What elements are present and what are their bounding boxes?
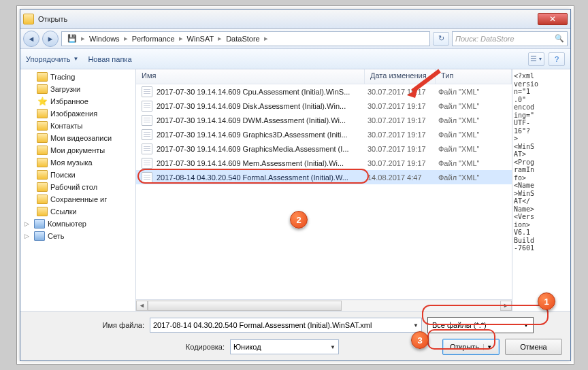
tree-contacts[interactable]: Контакты <box>20 120 135 132</box>
chevron-down-icon: ▼ <box>330 344 336 350</box>
tree-music[interactable]: Моя музыка <box>20 156 135 169</box>
chevron-down-icon: ▼ <box>413 322 419 329</box>
tree-links[interactable]: Ссылки <box>20 205 135 218</box>
chevron-right-icon: ▷ <box>24 233 29 239</box>
encoding-label: Кодировка: <box>29 343 225 351</box>
file-row-selected[interactable]: 2017-08-14 04.30.20.540 Formal.Assessmen… <box>136 170 512 184</box>
search-placeholder: Поиск: DataStore <box>455 35 514 43</box>
col-name[interactable]: Имя <box>136 69 365 84</box>
view-button[interactable]: ☰▼ <box>528 52 544 66</box>
filename-label: Имя файла: <box>29 321 144 329</box>
organize-button[interactable]: Упорядочить▼ <box>26 55 78 63</box>
xml-file-icon <box>142 172 152 183</box>
newfolder-button[interactable]: Новая папка <box>88 55 131 63</box>
xml-file-icon <box>142 144 152 154</box>
refresh-button[interactable]: ↻ <box>433 32 449 46</box>
bottom-bar: Имя файла: 2017-08-14 04.30.20.540 Forma… <box>20 311 570 360</box>
scroll-track[interactable] <box>148 301 500 311</box>
file-row[interactable]: 2017-07-30 19.14.14.609 Graphics3D.Asses… <box>136 127 512 141</box>
tree-videos[interactable]: Мои видеозаписи <box>20 132 135 144</box>
file-row[interactable]: 2017-07-30 19.14.14.609 Mem.Assessment (… <box>136 156 512 170</box>
open-button[interactable]: Открыть▼ <box>442 339 500 355</box>
search-icon: 🔍 <box>555 34 564 43</box>
tree-tracing[interactable]: Tracing <box>20 71 135 83</box>
forward-button[interactable]: ► <box>42 31 59 47</box>
help-button[interactable]: ? <box>549 52 565 66</box>
tree-downloads[interactable]: Загрузки <box>20 83 135 95</box>
tree-searches[interactable]: Поиски <box>20 169 135 181</box>
cancel-button[interactable]: Отмена <box>505 339 562 355</box>
horizontal-scrollbar[interactable]: ◄ ► <box>136 299 512 311</box>
chevron-down-icon: ▼ <box>73 56 78 62</box>
xml-file-icon <box>142 158 152 169</box>
crumb-performance[interactable]: Performance <box>129 35 178 43</box>
file-row[interactable]: 2017-07-30 19.14.14.609 DWM.Assessment (… <box>136 113 512 127</box>
crumb-disk-icon[interactable]: 💾 <box>65 34 80 43</box>
chevron-down-icon: ▼ <box>523 322 529 329</box>
computer-icon <box>34 219 45 229</box>
navbar: ◄ ► 💾▸ Windows▸ Performance▸ WinSAT▸ Dat… <box>20 29 570 49</box>
folder-icon <box>23 14 34 24</box>
tree-favorites[interactable]: ⭐Избранное <box>20 95 135 107</box>
chevron-right-icon: ▸ <box>218 34 222 43</box>
folder-icon <box>37 121 48 131</box>
close-button[interactable]: ✕ <box>538 13 568 25</box>
tree-desktop[interactable]: Рабочий стол <box>20 181 135 193</box>
tree-pictures[interactable]: Изображения <box>20 107 135 120</box>
folder-icon <box>37 146 48 155</box>
window-title: Открыть <box>38 15 538 23</box>
folder-icon <box>37 207 48 216</box>
file-row[interactable]: 2017-07-30 19.14.14.609 Cpu.Assessment (… <box>136 84 512 99</box>
network-icon <box>34 231 45 241</box>
scroll-thumb[interactable] <box>148 301 342 311</box>
file-row[interactable]: 2017-07-30 19.14.14.609 Disk.Assessment … <box>136 99 512 113</box>
col-date[interactable]: Дата изменения <box>365 69 436 84</box>
folder-icon <box>37 84 48 94</box>
crumb-datastore[interactable]: DataStore <box>223 35 263 43</box>
folder-icon <box>37 195 48 204</box>
back-button[interactable]: ◄ <box>23 31 39 47</box>
folder-icon <box>37 182 48 192</box>
file-list-area: Имя Дата изменения Тип 2017-07-30 19.14.… <box>136 69 512 311</box>
folder-icon <box>37 133 48 143</box>
filetype-filter[interactable]: Все файлы (*.*)▼ <box>427 317 534 333</box>
crumb-windows[interactable]: Windows <box>86 35 122 43</box>
encoding-select[interactable]: Юникод▼ <box>230 339 339 354</box>
xml-file-icon <box>142 115 152 126</box>
tree-network[interactable]: ▷Сеть <box>20 230 135 242</box>
chevron-right-icon: ▸ <box>124 34 128 43</box>
search-input[interactable]: Поиск: DataStore 🔍 <box>452 31 568 46</box>
folder-icon <box>37 109 48 118</box>
chevron-right-icon: ▷ <box>24 220 29 227</box>
col-type[interactable]: Тип <box>436 69 512 84</box>
toolbar: Упорядочить▼ Новая папка ☰▼ ? <box>20 49 570 69</box>
chevron-right-icon: ▸ <box>179 34 183 43</box>
xml-file-icon <box>142 129 152 140</box>
tree-computer[interactable]: ▷Компьютер <box>20 218 135 230</box>
chevron-right-icon: ▸ <box>264 34 268 43</box>
star-icon: ⭐ <box>37 97 48 106</box>
breadcrumb[interactable]: 💾▸ Windows▸ Performance▸ WinSAT▸ DataSto… <box>61 31 430 46</box>
titlebar: Открыть ✕ <box>20 10 570 29</box>
crumb-winsat[interactable]: WinSAT <box>184 35 217 43</box>
scroll-left-button[interactable]: ◄ <box>136 301 148 311</box>
tree-savedgames[interactable]: Сохраненные иг <box>20 193 135 205</box>
folder-icon <box>37 170 48 180</box>
filename-input[interactable]: 2017-08-14 04.30.20.540 Formal.Assessmen… <box>150 318 422 333</box>
chevron-down-icon: ▼ <box>483 344 492 350</box>
file-rows: 2017-07-30 19.14.14.609 Cpu.Assessment (… <box>136 84 512 299</box>
folder-icon <box>37 158 48 167</box>
scroll-right-button[interactable]: ► <box>500 301 512 311</box>
column-headers: Имя Дата изменения Тип <box>136 69 512 84</box>
xml-file-icon <box>142 86 152 97</box>
folder-icon <box>37 72 48 82</box>
file-row[interactable]: 2017-07-30 19.14.14.609 GraphicsMedia.As… <box>136 141 512 156</box>
preview-pane: <?xml versio n="1 .0" encod ing=" UTF- 1… <box>512 69 570 311</box>
open-dialog: Открыть ✕ ◄ ► 💾▸ Windows▸ Performance▸ W… <box>20 9 571 361</box>
tree-documents[interactable]: Мои документы <box>20 144 135 156</box>
folder-tree[interactable]: Tracing Загрузки ⭐Избранное Изображения … <box>20 69 136 311</box>
xml-file-icon <box>142 101 152 112</box>
chevron-right-icon: ▸ <box>81 34 85 43</box>
